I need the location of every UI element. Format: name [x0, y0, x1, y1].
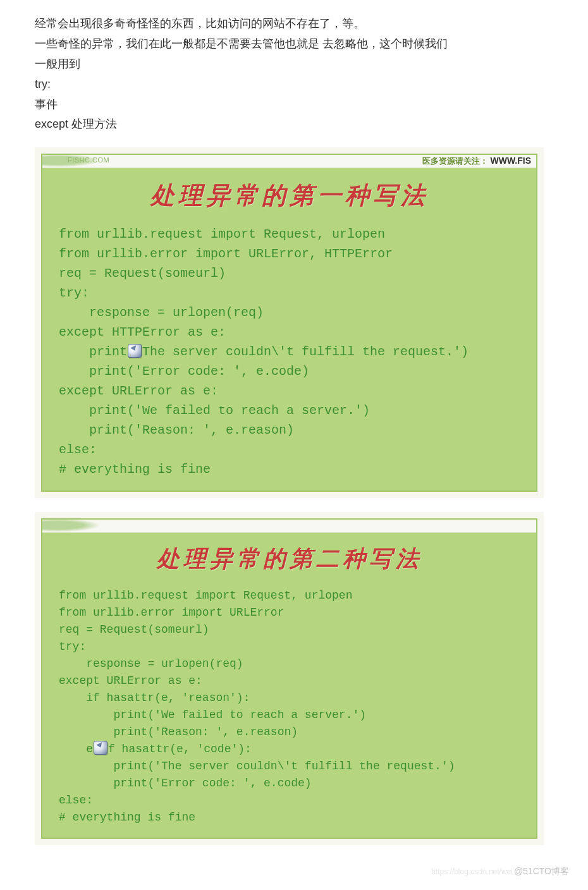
intro-line: except 处理方法 — [35, 116, 553, 133]
slide-1-code: from urllib.request import Request, urlo… — [42, 224, 536, 479]
slide-top-bar: FISHC.COM 医多资源请关注： WWW.FIS — [41, 154, 537, 168]
cursor-icon — [128, 344, 142, 358]
top-note-cn: 医多资源请关注： — [422, 156, 488, 166]
intro-line: 事件 — [35, 96, 553, 114]
slide-1-title: 处理异常的第一种写法 — [42, 177, 536, 214]
intro-line: try: — [35, 76, 553, 94]
intro-text: 经常会出现很多奇奇怪怪的东西，比如访问的网站不存在了，等。 一些奇怪的异常，我们… — [35, 15, 553, 133]
slide-1: FISHC.COM 医多资源请关注： WWW.FIS 处理异常的第一种写法 fr… — [35, 147, 544, 498]
code-segment: from urllib.request import Request, urlo… — [59, 227, 393, 359]
slide-top-bar — [41, 518, 537, 533]
slide-1-inner: FISHC.COM 医多资源请关注： WWW.FIS 处理异常的第一种写法 fr… — [41, 154, 537, 492]
slide-2-inner: 处理异常的第二种写法 from urllib.request import Re… — [41, 518, 537, 839]
intro-line: 一些奇怪的异常，我们在此一般都是不需要去管他也就是 去忽略他，这个时候我们 — [35, 35, 553, 53]
top-note-url: WWW.FIS — [490, 155, 531, 166]
cursor-icon — [94, 741, 107, 755]
slide-2-code: from urllib.request import Request, urlo… — [42, 587, 536, 826]
top-note: 医多资源请关注： WWW.FIS — [422, 154, 531, 168]
leaf-logo-icon — [42, 518, 118, 535]
intro-line: 经常会出现很多奇奇怪怪的东西，比如访问的网站不存在了，等。 — [35, 15, 553, 33]
intro-line: 一般用到 — [35, 56, 553, 73]
top-domain-text: FISHC.COM — [68, 155, 109, 166]
slide-2: 处理异常的第二种写法 from urllib.request import Re… — [35, 512, 544, 845]
code-segment: from urllib.request import Request, urlo… — [59, 589, 366, 755]
code-segment: print('The server couldn\'t fulfill the … — [59, 760, 455, 824]
slide-2-title: 处理异常的第二种写法 — [42, 542, 536, 577]
code-segment: The server couldn\'t fulfill the request… — [59, 344, 469, 477]
code-segment: f hasattr(e, 'code'): — [108, 743, 252, 755]
